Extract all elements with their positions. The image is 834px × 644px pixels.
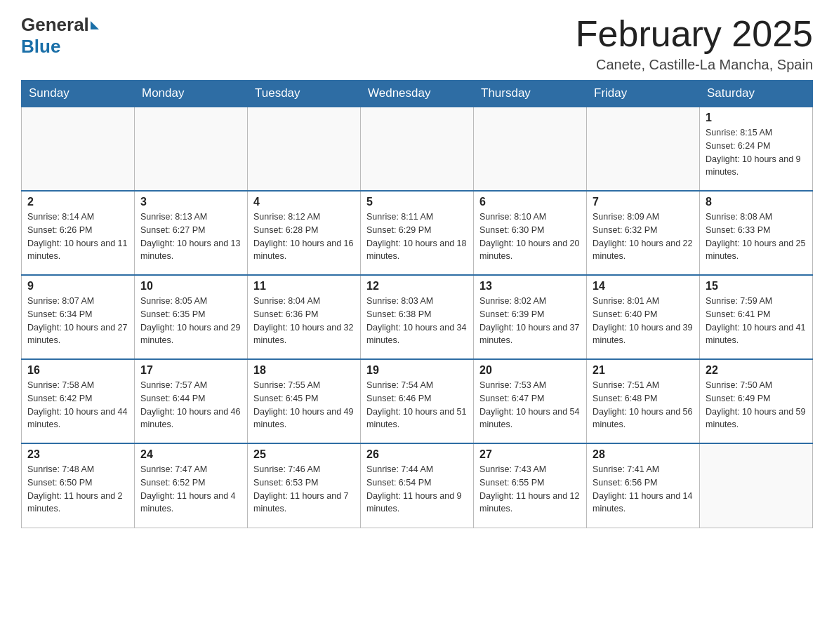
day-number: 14 bbox=[593, 280, 694, 293]
calendar-week-5: 23Sunrise: 7:48 AM Sunset: 6:50 PM Dayli… bbox=[22, 443, 813, 528]
calendar-cell: 1Sunrise: 8:15 AM Sunset: 6:24 PM Daylig… bbox=[700, 107, 813, 191]
day-number: 5 bbox=[366, 196, 468, 208]
day-number: 7 bbox=[593, 196, 694, 208]
day-info: Sunrise: 7:50 AM Sunset: 6:49 PM Dayligh… bbox=[706, 379, 807, 431]
calendar-cell: 18Sunrise: 7:55 AM Sunset: 6:45 PM Dayli… bbox=[248, 359, 361, 443]
day-info: Sunrise: 7:47 AM Sunset: 6:52 PM Dayligh… bbox=[140, 463, 241, 516]
calendar-cell: 26Sunrise: 7:44 AM Sunset: 6:54 PM Dayli… bbox=[361, 443, 474, 528]
calendar-cell: 13Sunrise: 8:02 AM Sunset: 6:39 PM Dayli… bbox=[474, 275, 587, 359]
day-info: Sunrise: 7:51 AM Sunset: 6:48 PM Dayligh… bbox=[593, 379, 694, 431]
calendar-cell: 9Sunrise: 8:07 AM Sunset: 6:34 PM Daylig… bbox=[22, 275, 135, 359]
day-number: 11 bbox=[253, 280, 355, 293]
day-number: 23 bbox=[27, 448, 128, 461]
day-info: Sunrise: 7:41 AM Sunset: 6:56 PM Dayligh… bbox=[593, 463, 694, 516]
day-number: 17 bbox=[140, 364, 241, 377]
calendar-cell bbox=[22, 107, 135, 191]
day-info: Sunrise: 8:08 AM Sunset: 6:33 PM Dayligh… bbox=[706, 210, 807, 263]
day-info: Sunrise: 7:57 AM Sunset: 6:44 PM Dayligh… bbox=[140, 379, 241, 431]
day-info: Sunrise: 7:44 AM Sunset: 6:54 PM Dayligh… bbox=[366, 463, 468, 516]
calendar-cell: 24Sunrise: 7:47 AM Sunset: 6:52 PM Dayli… bbox=[135, 443, 248, 528]
calendar-cell bbox=[474, 107, 587, 191]
weekday-header-tuesday: Tuesday bbox=[248, 81, 361, 107]
calendar-cell: 16Sunrise: 7:58 AM Sunset: 6:42 PM Dayli… bbox=[22, 359, 135, 443]
calendar-cell: 19Sunrise: 7:54 AM Sunset: 6:46 PM Dayli… bbox=[361, 359, 474, 443]
day-number: 24 bbox=[140, 448, 241, 461]
calendar-week-1: 1Sunrise: 8:15 AM Sunset: 6:24 PM Daylig… bbox=[22, 107, 813, 191]
calendar-cell: 21Sunrise: 7:51 AM Sunset: 6:48 PM Dayli… bbox=[587, 359, 700, 443]
calendar-cell: 25Sunrise: 7:46 AM Sunset: 6:53 PM Dayli… bbox=[248, 443, 361, 528]
day-info: Sunrise: 7:59 AM Sunset: 6:41 PM Dayligh… bbox=[706, 295, 807, 347]
day-info: Sunrise: 8:07 AM Sunset: 6:34 PM Dayligh… bbox=[27, 295, 128, 347]
calendar-cell bbox=[700, 443, 813, 528]
day-number: 12 bbox=[366, 280, 468, 293]
day-info: Sunrise: 7:58 AM Sunset: 6:42 PM Dayligh… bbox=[27, 379, 128, 431]
day-number: 27 bbox=[479, 448, 581, 461]
weekday-header-monday: Monday bbox=[135, 81, 248, 107]
weekday-header-wednesday: Wednesday bbox=[361, 81, 474, 107]
calendar-cell: 22Sunrise: 7:50 AM Sunset: 6:49 PM Dayli… bbox=[700, 359, 813, 443]
day-number: 15 bbox=[706, 280, 807, 293]
day-info: Sunrise: 8:14 AM Sunset: 6:26 PM Dayligh… bbox=[27, 210, 128, 263]
logo-triangle-icon bbox=[91, 21, 99, 29]
calendar-cell: 4Sunrise: 8:12 AM Sunset: 6:28 PM Daylig… bbox=[248, 191, 361, 275]
calendar-cell: 7Sunrise: 8:09 AM Sunset: 6:32 PM Daylig… bbox=[587, 191, 700, 275]
calendar-cell: 10Sunrise: 8:05 AM Sunset: 6:35 PM Dayli… bbox=[135, 275, 248, 359]
calendar-cell: 2Sunrise: 8:14 AM Sunset: 6:26 PM Daylig… bbox=[22, 191, 135, 275]
day-info: Sunrise: 8:15 AM Sunset: 6:24 PM Dayligh… bbox=[706, 126, 807, 179]
day-info: Sunrise: 8:09 AM Sunset: 6:32 PM Dayligh… bbox=[593, 210, 694, 263]
calendar-table: SundayMondayTuesdayWednesdayThursdayFrid… bbox=[21, 80, 813, 528]
title-section: February 2025 Canete, Castille-La Mancha… bbox=[576, 14, 813, 73]
day-number: 19 bbox=[366, 364, 468, 377]
calendar-cell: 6Sunrise: 8:10 AM Sunset: 6:30 PM Daylig… bbox=[474, 191, 587, 275]
calendar-cell: 14Sunrise: 8:01 AM Sunset: 6:40 PM Dayli… bbox=[587, 275, 700, 359]
day-number: 21 bbox=[593, 364, 694, 377]
calendar-cell: 23Sunrise: 7:48 AM Sunset: 6:50 PM Dayli… bbox=[22, 443, 135, 528]
day-number: 8 bbox=[706, 196, 807, 208]
calendar-cell: 8Sunrise: 8:08 AM Sunset: 6:33 PM Daylig… bbox=[700, 191, 813, 275]
day-number: 10 bbox=[140, 280, 241, 293]
day-number: 4 bbox=[253, 196, 355, 208]
day-number: 20 bbox=[479, 364, 581, 377]
day-number: 6 bbox=[479, 196, 581, 208]
day-info: Sunrise: 7:53 AM Sunset: 6:47 PM Dayligh… bbox=[479, 379, 581, 431]
day-info: Sunrise: 8:04 AM Sunset: 6:36 PM Dayligh… bbox=[253, 295, 355, 347]
calendar-week-4: 16Sunrise: 7:58 AM Sunset: 6:42 PM Dayli… bbox=[22, 359, 813, 443]
logo: General Blue bbox=[21, 14, 100, 58]
weekday-header-thursday: Thursday bbox=[474, 81, 587, 107]
day-info: Sunrise: 8:11 AM Sunset: 6:29 PM Dayligh… bbox=[366, 210, 468, 263]
calendar-cell bbox=[361, 107, 474, 191]
calendar-cell: 12Sunrise: 8:03 AM Sunset: 6:38 PM Dayli… bbox=[361, 275, 474, 359]
calendar-cell: 20Sunrise: 7:53 AM Sunset: 6:47 PM Dayli… bbox=[474, 359, 587, 443]
day-number: 28 bbox=[593, 448, 694, 461]
calendar-cell: 11Sunrise: 8:04 AM Sunset: 6:36 PM Dayli… bbox=[248, 275, 361, 359]
weekday-header-friday: Friday bbox=[587, 81, 700, 107]
month-title: February 2025 bbox=[576, 14, 813, 54]
logo-general-text: General bbox=[21, 14, 89, 36]
calendar-cell: 5Sunrise: 8:11 AM Sunset: 6:29 PM Daylig… bbox=[361, 191, 474, 275]
logo-blue-text: Blue bbox=[21, 36, 60, 58]
day-info: Sunrise: 7:48 AM Sunset: 6:50 PM Dayligh… bbox=[27, 463, 128, 516]
calendar-cell: 15Sunrise: 7:59 AM Sunset: 6:41 PM Dayli… bbox=[700, 275, 813, 359]
calendar-cell bbox=[248, 107, 361, 191]
day-info: Sunrise: 8:10 AM Sunset: 6:30 PM Dayligh… bbox=[479, 210, 581, 263]
day-info: Sunrise: 8:13 AM Sunset: 6:27 PM Dayligh… bbox=[140, 210, 241, 263]
calendar-cell bbox=[587, 107, 700, 191]
day-number: 22 bbox=[706, 364, 807, 377]
calendar-cell: 28Sunrise: 7:41 AM Sunset: 6:56 PM Dayli… bbox=[587, 443, 700, 528]
day-number: 25 bbox=[253, 448, 355, 461]
day-number: 3 bbox=[140, 196, 241, 208]
weekday-header-sunday: Sunday bbox=[22, 81, 135, 107]
day-info: Sunrise: 8:12 AM Sunset: 6:28 PM Dayligh… bbox=[253, 210, 355, 263]
day-info: Sunrise: 7:54 AM Sunset: 6:46 PM Dayligh… bbox=[366, 379, 468, 431]
calendar-header-row: SundayMondayTuesdayWednesdayThursdayFrid… bbox=[22, 81, 813, 107]
day-number: 2 bbox=[27, 196, 128, 208]
calendar-cell: 17Sunrise: 7:57 AM Sunset: 6:44 PM Dayli… bbox=[135, 359, 248, 443]
calendar-week-3: 9Sunrise: 8:07 AM Sunset: 6:34 PM Daylig… bbox=[22, 275, 813, 359]
day-number: 9 bbox=[27, 280, 128, 293]
calendar-week-2: 2Sunrise: 8:14 AM Sunset: 6:26 PM Daylig… bbox=[22, 191, 813, 275]
day-number: 1 bbox=[706, 112, 807, 124]
location-subtitle: Canete, Castille-La Mancha, Spain bbox=[576, 57, 813, 73]
day-number: 26 bbox=[366, 448, 468, 461]
day-info: Sunrise: 7:46 AM Sunset: 6:53 PM Dayligh… bbox=[253, 463, 355, 516]
day-info: Sunrise: 8:03 AM Sunset: 6:38 PM Dayligh… bbox=[366, 295, 468, 347]
